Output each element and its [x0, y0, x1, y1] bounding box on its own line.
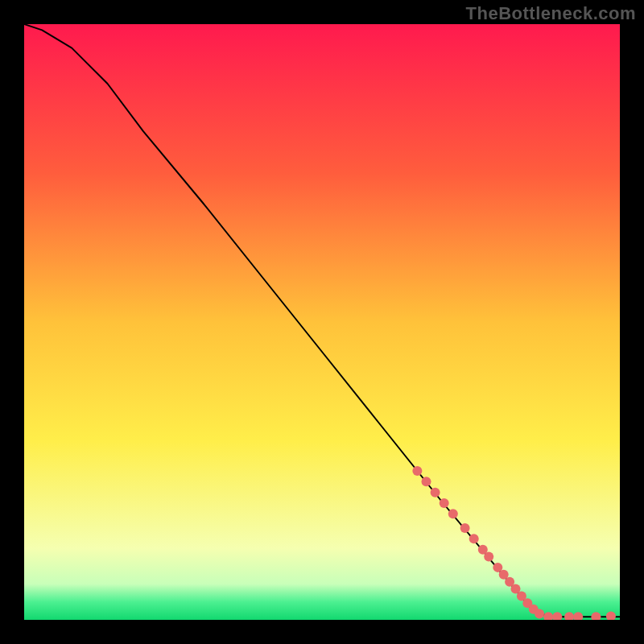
- marker-dot: [422, 477, 431, 486]
- marker-dot: [412, 466, 422, 476]
- marker-dot: [448, 509, 458, 518]
- marker-dot: [440, 498, 449, 508]
- marker-dot: [469, 534, 479, 543]
- marker-dot: [484, 552, 493, 562]
- watermark-text: TheBottleneck.com: [466, 3, 636, 24]
- marker-dot: [431, 488, 440, 497]
- chart-plot: [24, 24, 620, 620]
- chart-svg: [24, 24, 620, 620]
- chart-frame: TheBottleneck.com: [0, 0, 644, 644]
- chart-background: [24, 24, 620, 620]
- marker-dot: [460, 523, 470, 533]
- marker-dot: [535, 609, 544, 619]
